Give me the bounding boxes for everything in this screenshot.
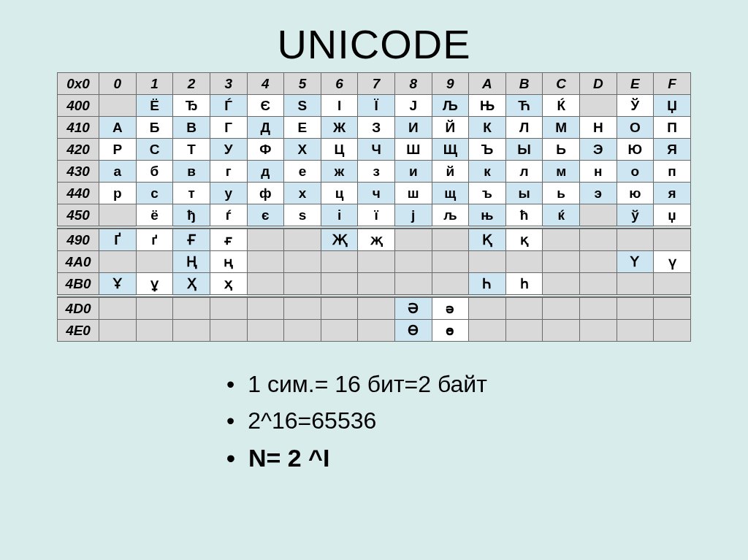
table-cell: у [210, 183, 247, 204]
table-cell: Й [432, 117, 469, 139]
table-cell: Ё [136, 95, 173, 117]
column-header: 4 [247, 73, 284, 95]
bullet-item: 1 сим.= 16 бит=2 байт [226, 367, 748, 403]
row-header: 4A0 [58, 251, 99, 273]
table-cell: Ү [617, 251, 654, 273]
table-cell: В [173, 117, 210, 139]
table-cell: ү [654, 251, 691, 273]
table-cell: Ї [358, 95, 395, 117]
table-cell: П [654, 117, 691, 139]
row-header: 490 [58, 229, 99, 251]
table-cell [321, 251, 358, 273]
table-cell [99, 298, 137, 320]
table-cell: Ш [394, 139, 432, 161]
table-cell: ъ [469, 183, 506, 204]
unicode-table: 0x00123456789ABCDEF400ЁЂЃЄЅІЇЈЉЊЋЌЎЏ410А… [57, 72, 691, 342]
table-cell: ґ [136, 229, 173, 251]
table-cell: ы [505, 183, 543, 204]
table-cell [321, 320, 358, 342]
table-cell [136, 298, 173, 320]
table-cell: Г [210, 117, 247, 139]
column-header: E [617, 73, 654, 95]
table-cell [394, 273, 432, 296]
table-cell: Ҳ [173, 273, 210, 296]
table-cell: Т [173, 139, 210, 161]
table-cell [543, 273, 580, 296]
table-cell: а [99, 161, 137, 183]
bullet-item: N= 2 ^I [226, 439, 748, 477]
table-cell: Ъ [469, 139, 506, 161]
table-cell: ќ [543, 204, 580, 228]
column-header: B [505, 73, 543, 95]
row-header: 420 [58, 139, 99, 161]
table-cell: Ф [247, 139, 284, 161]
table-cell: х [284, 183, 321, 204]
table-cell [505, 298, 543, 320]
table-cell: Ћ [505, 95, 543, 117]
table-cell [617, 229, 654, 251]
table-cell [284, 298, 321, 320]
table-cell: с [136, 183, 173, 204]
row-header: 4D0 [58, 298, 99, 320]
table-cell [321, 298, 358, 320]
column-header: 5 [284, 73, 321, 95]
table-cell [321, 273, 358, 296]
table-cell: б [136, 161, 173, 183]
bullet-list: 1 сим.= 16 бит=2 байт2^16=65536N= 2 ^I [226, 367, 748, 477]
table-cell: џ [654, 204, 691, 228]
table-cell: д [247, 161, 284, 183]
table-cell [617, 320, 654, 342]
table-cell [358, 298, 395, 320]
table-cell [469, 251, 506, 273]
table-cell [358, 251, 395, 273]
table-cell: К [469, 117, 506, 139]
table-cell: Д [247, 117, 284, 139]
table-cell [617, 273, 654, 296]
table-cell: Щ [432, 139, 469, 161]
table-cell: г [210, 161, 247, 183]
table-cell: ж [321, 161, 358, 183]
table-cell: қ [505, 229, 543, 251]
table-cell: Я [654, 139, 691, 161]
table-cell [654, 320, 691, 342]
row-header: 410 [58, 117, 99, 139]
table-cell [210, 320, 247, 342]
row-header: 430 [58, 161, 99, 183]
table-cell: Ѓ [210, 95, 247, 117]
table-cell [580, 95, 617, 117]
table-cell [469, 298, 506, 320]
table-cell: ђ [173, 204, 210, 228]
table-cell: ё [136, 204, 173, 228]
table-cell [543, 229, 580, 251]
table-cell [469, 320, 506, 342]
table-cell: Б [136, 117, 173, 139]
table-cell [432, 251, 469, 273]
table-cell: ұ [136, 273, 173, 296]
table-cell: Ң [173, 251, 210, 273]
column-header: 0 [99, 73, 137, 95]
table-cell: ҳ [210, 273, 247, 296]
table-cell: Л [505, 117, 543, 139]
table-cell: І [321, 95, 358, 117]
table-cell: Ќ [543, 95, 580, 117]
column-header: 1 [136, 73, 173, 95]
table-cell: к [469, 161, 506, 183]
table-cell: У [210, 139, 247, 161]
table-cell [136, 320, 173, 342]
table-cell [580, 229, 617, 251]
table-cell: Е [284, 117, 321, 139]
table-cell: Р [99, 139, 137, 161]
table-cell [543, 298, 580, 320]
column-header: 3 [210, 73, 247, 95]
table-cell: т [173, 183, 210, 204]
table-cell: ѓ [210, 204, 247, 228]
table-cell: љ [432, 204, 469, 228]
table-cell: р [99, 183, 137, 204]
table-cell [580, 298, 617, 320]
table-cell: і [321, 204, 358, 228]
page-title: UNICODE [0, 20, 748, 68]
table-cell: ї [358, 204, 395, 228]
table-cell: ў [617, 204, 654, 228]
table-cell: Ў [617, 95, 654, 117]
table-cell [580, 251, 617, 273]
